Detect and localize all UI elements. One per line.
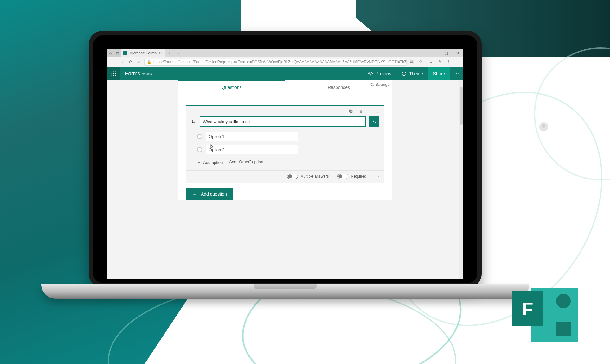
forms-logo-square-icon [556,322,571,336]
move-down-icon[interactable]: ↓ [377,109,379,114]
add-question-label: Add question [201,191,227,197]
avatar-placeholder-icon [539,122,548,131]
app-header: FormsPreview Preview Theme Share ⋯ [107,67,463,80]
browser-tab-title: Microsoft Forms [129,51,157,55]
required-toggle[interactable]: Required [337,174,366,179]
toggle-icon [337,174,348,179]
laptop-mockup: Microsoft Forms ✕ ＋ ⌄ — ▢ ✕ ← → ⟳ ⌂ 🔒 [89,31,482,287]
minimize-button[interactable]: — [429,49,440,57]
hub-icon[interactable]: ≡ [427,58,435,66]
app-brand: FormsPreview [120,71,152,77]
tab-responses[interactable]: Responses [285,80,392,94]
share-page-icon[interactable]: ⇪ [445,58,453,66]
settings-icon[interactable]: ⋯ [454,58,461,66]
theme-button[interactable]: Theme [396,67,428,80]
tab-questions-label: Questions [222,85,241,90]
brand-name: Forms [125,71,140,77]
refresh-button[interactable]: ⟳ [127,58,134,66]
page-workspace: Saving... Questions Responses [107,80,463,279]
forward-button[interactable]: → [118,58,125,66]
add-option-button[interactable]: ＋ Add option [197,160,223,165]
laptop-notch [254,284,317,289]
option-row [186,143,384,156]
favorite-icon[interactable]: ☆ [417,58,424,66]
new-tab-button[interactable]: ＋ [165,51,174,56]
preview-button[interactable]: Preview [363,67,396,80]
tab-questions[interactable]: Questions [178,80,285,94]
move-up-icon[interactable]: ↑ [369,109,371,114]
close-tab-icon[interactable]: ✕ [159,51,162,55]
url-input[interactable]: 🔒 https://forms.office.com/Pages/DesignP… [144,59,407,66]
multiple-answers-label: Multiple answers [300,174,329,179]
question-number: 1. [191,116,196,124]
url-text: https://forms.office.com/Pages/DesignPag… [153,60,407,64]
option-actions: ＋ Add option Add "Other" option [186,156,384,167]
svg-point-11 [370,73,371,74]
home-button[interactable]: ⌂ [136,58,143,66]
svg-point-3 [113,72,114,72]
app-launcher-button[interactable] [107,67,120,80]
svg-rect-0 [110,53,112,54]
lock-icon: 🔒 [147,60,151,64]
share-label: Share [433,71,445,76]
radio-icon [197,147,202,152]
tab-overflow-icon[interactable]: ⌄ [174,51,182,55]
svg-point-2 [112,72,112,72]
question-more-icon[interactable]: ⋯ [375,174,379,179]
browser-titlebar: Microsoft Forms ✕ ＋ ⌄ — ▢ ✕ [107,49,463,57]
option-input-1[interactable] [206,132,298,141]
form-tabs: Questions Responses [178,80,392,94]
question-card: ↑ ↓ 1. [186,105,384,183]
brand-suffix: Preview [141,72,152,76]
insert-media-button[interactable] [369,116,379,127]
question-footer: Multiple answers Required ⋯ [186,170,384,179]
svg-point-10 [115,75,116,76]
forms-logo-letter: F [522,298,533,319]
required-label: Required [351,174,366,179]
tab-set-aside-icon[interactable] [114,49,121,57]
close-window-button[interactable]: ✕ [452,49,463,57]
forms-logo-front: F [512,291,543,326]
reading-view-icon[interactable]: ▤ [408,58,415,66]
forms-favicon-icon [123,51,127,55]
browser-address-bar: ← → ⟳ ⌂ 🔒 https://forms.office.com/Pages… [107,57,463,67]
plus-icon: ＋ [197,160,201,165]
back-button[interactable]: ← [109,58,117,66]
question-text-input[interactable] [200,116,366,127]
delete-icon[interactable] [359,109,363,114]
option-input-2[interactable] [206,145,298,154]
radio-icon [197,134,202,139]
svg-point-4 [115,72,116,72]
svg-point-7 [115,73,116,74]
scrollbar-thumb[interactable] [460,87,463,125]
background-swirl [534,47,610,180]
forms-logo-badge: F [512,279,578,342]
share-button[interactable]: Share [428,67,450,80]
tab-pin-icon[interactable] [107,49,114,57]
duplicate-icon[interactable] [349,109,353,114]
tab-responses-label: Responses [328,85,350,90]
option-row [186,130,384,143]
laptop-base [41,284,529,299]
add-other-option-button[interactable]: Add "Other" option [229,160,263,165]
svg-point-5 [112,73,112,74]
svg-rect-1 [116,52,119,54]
svg-point-6 [113,73,114,74]
form-canvas: Saving... Questions Responses [178,80,392,200]
toggle-icon [287,174,298,179]
theme-label: Theme [409,71,423,76]
add-option-label: Add option [203,160,223,165]
multiple-answers-toggle[interactable]: Multiple answers [287,174,329,179]
maximize-button[interactable]: ▢ [440,49,452,57]
svg-point-8 [112,75,112,76]
preview-label: Preview [376,71,391,76]
more-actions-button[interactable]: ⋯ [450,71,463,76]
add-question-button[interactable]: ＋ Add question [186,188,233,200]
browser-tab[interactable]: Microsoft Forms ✕ [121,49,165,57]
forms-logo-dot-icon [556,294,571,308]
svg-point-9 [113,75,114,76]
notes-icon[interactable]: ✎ [436,58,444,66]
plus-icon: ＋ [192,190,198,198]
add-other-label: Add "Other" option [229,160,263,164]
vertical-scrollbar[interactable] [459,80,463,279]
